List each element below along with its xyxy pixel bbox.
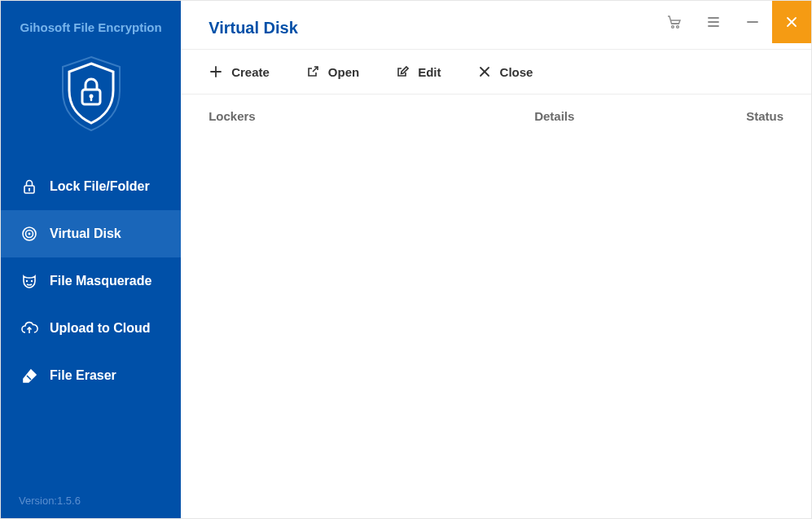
- eraser-icon: [20, 367, 38, 385]
- x-icon: [477, 64, 492, 79]
- lock-icon: [20, 178, 38, 196]
- close-label: Close: [500, 65, 533, 79]
- cloud-upload-icon: [20, 319, 38, 337]
- shield-lock-icon: [46, 49, 136, 139]
- sidebar-item-upload-to-cloud[interactable]: Upload to Cloud: [1, 305, 181, 352]
- sidebar-item-virtual-disk[interactable]: Virtual Disk: [1, 210, 181, 257]
- column-lockers: Lockers: [208, 109, 534, 123]
- sidebar-item-label: File Eraser: [50, 368, 116, 383]
- svg-point-8: [29, 233, 31, 235]
- menu-icon: [706, 15, 721, 29]
- sidebar-item-label: Virtual Disk: [50, 227, 121, 241]
- svg-point-10: [31, 280, 33, 282]
- edit-label: Edit: [418, 65, 441, 79]
- version-label: Version:1.5.6: [1, 483, 181, 518]
- mask-icon: [20, 272, 38, 290]
- list-body: [181, 128, 811, 518]
- column-status: Status: [746, 109, 783, 123]
- sidebar-item-label: File Masquerade: [50, 274, 151, 288]
- titlebar: Virtual Disk: [181, 1, 811, 50]
- edit-button[interactable]: Edit: [395, 64, 441, 79]
- column-details: Details: [534, 109, 746, 123]
- main-panel: Virtual Disk: [181, 1, 811, 518]
- sidebar-item-label: Lock File/Folder: [50, 179, 150, 194]
- sidebar-item-label: Upload to Cloud: [50, 321, 151, 336]
- sidebar-nav: Lock File/Folder Virtual Disk: [1, 163, 181, 399]
- close-icon: [784, 15, 799, 29]
- brand-logo: [1, 41, 181, 156]
- svg-point-12: [677, 26, 679, 29]
- cart-button[interactable]: [655, 1, 694, 43]
- menu-button[interactable]: [694, 1, 733, 43]
- window-controls: [655, 1, 811, 43]
- brand-title: Gihosoft File Encryption: [1, 1, 181, 41]
- cart-icon: [666, 14, 683, 30]
- edit-icon: [395, 64, 410, 79]
- minimize-button[interactable]: [733, 1, 772, 43]
- open-button[interactable]: Open: [305, 64, 359, 79]
- svg-point-9: [26, 280, 28, 282]
- page-title: Virtual Disk: [181, 1, 655, 37]
- sidebar-item-file-masquerade[interactable]: File Masquerade: [1, 257, 181, 305]
- close-window-button[interactable]: [772, 1, 811, 43]
- plus-icon: [208, 64, 223, 79]
- column-headers: Lockers Details Status: [181, 95, 811, 128]
- toolbar: Create Open Edit: [181, 50, 811, 95]
- sidebar-item-lock-file-folder[interactable]: Lock File/Folder: [1, 163, 181, 210]
- open-external-icon: [305, 64, 320, 79]
- disk-icon: [20, 225, 38, 243]
- minimize-icon: [745, 15, 760, 29]
- create-label: Create: [231, 65, 270, 79]
- create-button[interactable]: Create: [208, 64, 270, 79]
- svg-point-11: [672, 26, 674, 29]
- sidebar-item-file-eraser[interactable]: File Eraser: [1, 352, 181, 399]
- sidebar: Gihosoft File Encryption Lock File/Folde…: [1, 1, 181, 518]
- open-label: Open: [328, 65, 359, 79]
- close-button[interactable]: Close: [477, 64, 533, 79]
